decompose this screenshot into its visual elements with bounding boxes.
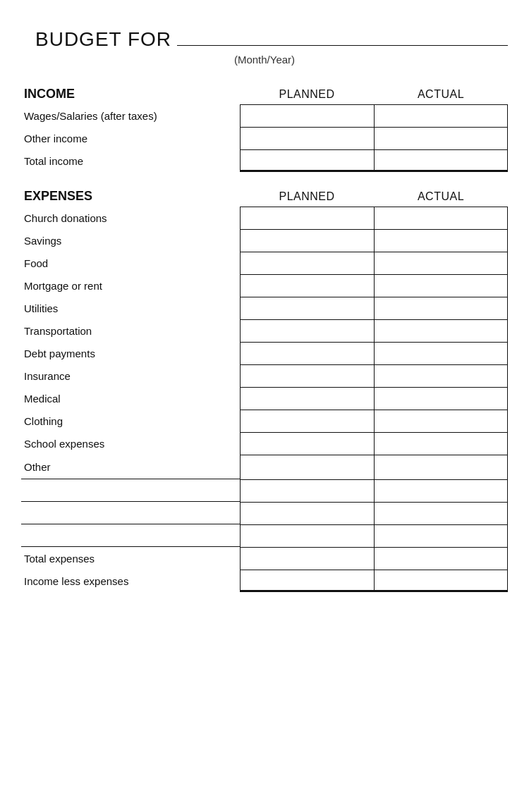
utilities-label: Utilities [21, 297, 240, 319]
savings-data-cells [240, 229, 508, 252]
title-row: BUDGET FOR [21, 28, 508, 51]
mortgage-actual-cell[interactable] [375, 274, 509, 297]
other-income-actual-cell[interactable] [375, 127, 509, 149]
income-less-planned-cell[interactable] [240, 570, 375, 592]
utilities-data-cells [240, 297, 508, 319]
medical-planned-cell[interactable] [240, 387, 375, 410]
total-expenses-label: Total expenses [21, 547, 240, 570]
clothing-label: Clothing [21, 410, 240, 432]
school-planned-cell[interactable] [240, 432, 375, 455]
clothing-planned-cell[interactable] [240, 410, 375, 432]
blank-planned-3[interactable] [240, 524, 375, 547]
insurance-actual-cell[interactable] [375, 364, 509, 387]
debt-actual-cell[interactable] [375, 342, 509, 364]
wages-label: Wages/Salaries (after taxes) [21, 104, 240, 127]
other-planned-cell[interactable] [240, 455, 375, 479]
blank-label-3 [21, 524, 240, 547]
insurance-planned-cell[interactable] [240, 364, 375, 387]
food-planned-cell[interactable] [240, 252, 375, 274]
expenses-table: Church donations Savings [21, 207, 508, 592]
table-row: Total expenses [21, 547, 508, 570]
food-data-cells [240, 252, 508, 274]
table-row: Insurance [21, 364, 508, 387]
blank-row-1 [21, 479, 508, 502]
blank-data-3 [240, 524, 508, 547]
school-data-cells [240, 432, 508, 455]
other-income-data-cells [240, 127, 508, 149]
table-row: Transportation [21, 319, 508, 342]
expenses-actual-header: ACTUAL [374, 190, 508, 203]
food-actual-cell[interactable] [375, 252, 509, 274]
transportation-label: Transportation [21, 319, 240, 342]
transportation-actual-cell[interactable] [375, 319, 509, 342]
debt-payments-label: Debt payments [21, 342, 240, 364]
mortgage-planned-cell[interactable] [240, 274, 375, 297]
blank-data-1 [240, 479, 508, 502]
month-year-label: (Month/Year) [234, 54, 295, 66]
savings-planned-cell[interactable] [240, 229, 375, 252]
blank-row-3 [21, 524, 508, 547]
income-col-headers: PLANNED ACTUAL [240, 88, 508, 101]
medical-label: Medical [21, 387, 240, 410]
other-actual-cell[interactable] [375, 455, 509, 479]
wages-planned-cell[interactable] [240, 104, 375, 127]
debt-planned-cell[interactable] [240, 342, 375, 364]
medical-actual-cell[interactable] [375, 387, 509, 410]
church-data-cells [240, 207, 508, 229]
table-row: Other income [21, 127, 508, 149]
table-row: Wages/Salaries (after taxes) [21, 104, 508, 127]
other-income-planned-cell[interactable] [240, 127, 375, 149]
table-row: Food [21, 252, 508, 274]
total-income-actual-cell[interactable] [375, 149, 509, 172]
table-row: Utilities [21, 297, 508, 319]
total-expenses-actual-cell[interactable] [375, 547, 509, 570]
other-label: Other [21, 455, 240, 479]
expenses-planned-header: PLANNED [240, 190, 374, 203]
blank-data-2 [240, 502, 508, 524]
income-section: INCOME PLANNED ACTUAL Wages/Salaries (af… [21, 87, 508, 172]
income-less-expenses-label: Income less expenses [21, 570, 240, 592]
blank-actual-2[interactable] [375, 502, 509, 524]
expenses-col-headers: PLANNED ACTUAL [240, 190, 508, 203]
income-table: Wages/Salaries (after taxes) Other incom… [21, 104, 508, 172]
table-row: Total income [21, 149, 508, 172]
blank-label-2 [21, 502, 240, 524]
total-income-planned-cell[interactable] [240, 149, 375, 172]
transportation-planned-cell[interactable] [240, 319, 375, 342]
income-less-actual-cell[interactable] [375, 570, 509, 592]
clothing-data-cells [240, 410, 508, 432]
school-actual-cell[interactable] [375, 432, 509, 455]
other-underline-container: Other [24, 460, 56, 474]
blank-actual-3[interactable] [375, 524, 509, 547]
church-actual-cell[interactable] [375, 207, 509, 229]
expenses-header-row: EXPENSES PLANNED ACTUAL [21, 189, 508, 207]
income-actual-header: ACTUAL [374, 88, 508, 101]
expenses-section: EXPENSES PLANNED ACTUAL Church donations [21, 189, 508, 592]
table-row: School expenses [21, 432, 508, 455]
table-row: Clothing [21, 410, 508, 432]
church-planned-cell[interactable] [240, 207, 375, 229]
total-income-label: Total income [21, 149, 240, 172]
wages-data-cells [240, 104, 508, 127]
school-expenses-label: School expenses [21, 432, 240, 455]
medical-data-cells [240, 387, 508, 410]
utilities-planned-cell[interactable] [240, 297, 375, 319]
debt-data-cells [240, 342, 508, 364]
mortgage-label: Mortgage or rent [21, 274, 240, 297]
budget-title: BUDGET FOR [35, 28, 171, 51]
wages-actual-cell[interactable] [375, 104, 509, 127]
title-underline [177, 45, 508, 46]
total-expenses-planned-cell[interactable] [240, 547, 375, 570]
savings-label: Savings [21, 229, 240, 252]
blank-actual-1[interactable] [375, 479, 509, 502]
income-planned-header: PLANNED [240, 88, 374, 101]
blank-row-2 [21, 502, 508, 524]
clothing-actual-cell[interactable] [375, 410, 509, 432]
savings-actual-cell[interactable] [375, 229, 509, 252]
table-row: Debt payments [21, 342, 508, 364]
blank-planned-1[interactable] [240, 479, 375, 502]
income-section-label: INCOME [21, 87, 240, 102]
utilities-actual-cell[interactable] [375, 297, 509, 319]
blank-planned-2[interactable] [240, 502, 375, 524]
transportation-data-cells [240, 319, 508, 342]
